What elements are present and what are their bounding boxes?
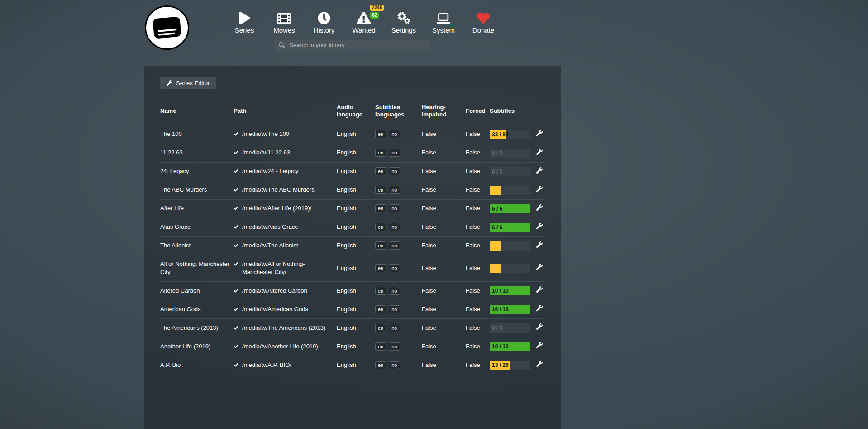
language-badge: en — [375, 167, 386, 175]
nav-label-wanted: Wanted — [352, 26, 375, 34]
bazarr-logo[interactable] — [145, 5, 189, 50]
progress-label: 10 / 10 — [492, 342, 509, 351]
language-badge: no — [389, 361, 400, 369]
subtitles-progress-cell — [490, 181, 536, 199]
progress-fill — [490, 264, 501, 273]
forced-value: False — [466, 265, 480, 271]
check-icon — [234, 224, 238, 229]
hearing-impaired-cell: False — [422, 319, 466, 337]
search-icon — [279, 42, 285, 48]
hearing-impaired-cell: False — [422, 337, 466, 356]
forced-value: False — [466, 168, 480, 174]
play-icon — [239, 9, 250, 24]
language-badge: no — [389, 149, 400, 157]
language-badge: no — [389, 241, 400, 250]
hearing-impaired-value: False — [422, 242, 436, 249]
wrench-icon[interactable] — [536, 241, 543, 248]
table-row: All or Nothing: Manchester City /media/t… — [160, 255, 545, 282]
language-badge: no — [389, 167, 400, 175]
series-name: Alias Grace — [160, 223, 191, 230]
series-path-cell: /media/tv/The 100 — [234, 125, 337, 144]
wrench-icon[interactable] — [536, 286, 543, 293]
wanted-secondary-badge: 62 — [370, 12, 379, 19]
wrench-icon[interactable] — [536, 223, 543, 229]
search-input[interactable] — [288, 41, 427, 49]
hearing-impaired-value: False — [422, 205, 436, 212]
table-row: The ABC Murders /media/tv/The ABC Murder… — [160, 181, 545, 199]
wrench-icon[interactable] — [536, 130, 543, 136]
hearing-impaired-value: False — [422, 168, 436, 174]
language-badge: en — [375, 149, 386, 157]
audio-language-cell: English — [337, 218, 375, 236]
wrench-icon[interactable] — [536, 149, 543, 155]
wrench-icon[interactable] — [536, 204, 543, 211]
subtitle-languages-cell: enno — [375, 125, 422, 144]
series-name: The 100 — [160, 130, 182, 137]
audio-language: English — [337, 265, 356, 271]
forced-cell: False — [466, 181, 490, 199]
forced-value: False — [466, 186, 480, 193]
table-row: The 100 /media/tv/The 100 English enno F… — [160, 125, 545, 144]
series-path-cell: /media/tv/The ABC Murders — [234, 181, 337, 199]
subtitle-languages-cell: enno — [375, 255, 422, 282]
series-name-cell: 24: Legacy — [160, 162, 234, 181]
check-icon — [234, 288, 238, 293]
progress-label: 6 / 6 — [492, 223, 502, 232]
series-path-cell: /media/tv/All or Nothing- Manchester Cit… — [234, 255, 337, 282]
series-name: The ABC Murders — [160, 186, 207, 193]
wrench-icon[interactable] — [536, 361, 543, 367]
forced-cell: False — [466, 162, 490, 181]
forced-cell: False — [466, 300, 490, 319]
forced-value: False — [466, 130, 480, 137]
nav-item-system[interactable]: System — [424, 6, 463, 34]
nav-item-settings[interactable]: Settings — [384, 6, 424, 34]
nav-item-wanted[interactable]: 2246 62 Wanted — [344, 6, 384, 34]
wrench-icon[interactable] — [536, 167, 543, 174]
row-tools-cell — [536, 356, 545, 375]
forced-value: False — [466, 343, 480, 350]
hearing-impaired-cell: False — [422, 255, 466, 282]
audio-language: English — [337, 223, 356, 230]
progress-label: 13 / 26 — [492, 361, 509, 370]
check-icon — [234, 325, 238, 330]
forced-cell: False — [466, 319, 490, 337]
progress-label: 16 / 16 — [492, 305, 509, 314]
language-badge: no — [389, 342, 400, 351]
series-name: A.P. Bio — [160, 362, 181, 368]
check-icon — [234, 362, 238, 367]
nav-item-donate[interactable]: Donate — [463, 6, 503, 34]
laptop-icon — [436, 9, 451, 24]
wrench-icon[interactable] — [536, 323, 543, 330]
audio-language: English — [337, 362, 356, 368]
series-name-cell: Another Life (2019) — [160, 337, 234, 356]
forced-value: False — [466, 362, 480, 368]
series-name-cell: All or Nothing: Manchester City — [160, 255, 234, 282]
col-header-subtitles: Subtitles — [490, 96, 536, 125]
check-icon — [234, 307, 238, 312]
nav-item-series[interactable]: Series — [224, 6, 264, 34]
nav-item-history[interactable]: History — [304, 6, 344, 34]
audio-language: English — [337, 287, 356, 294]
table-row: Alias Grace /media/tv/Alias Grace Englis… — [160, 218, 545, 236]
series-editor-button[interactable]: Series Editor — [160, 77, 216, 89]
audio-language-cell: English — [337, 300, 375, 319]
wrench-icon[interactable] — [536, 342, 543, 348]
series-name-cell: The Americans (2013) — [160, 319, 234, 337]
audio-language-cell: English — [337, 125, 375, 144]
subtitle-languages-cell: enno — [375, 218, 422, 236]
check-icon — [234, 187, 238, 192]
row-tools-cell — [536, 199, 545, 218]
wrench-icon[interactable] — [536, 305, 543, 311]
wrench-icon[interactable] — [536, 186, 543, 192]
subtitles-progress-bar — [490, 241, 530, 251]
hearing-impaired-cell: False — [422, 356, 466, 375]
heart-icon — [477, 9, 490, 24]
row-tools-cell — [536, 337, 545, 356]
nav-item-movies[interactable]: Movies — [264, 6, 304, 34]
bazarr-logo-card — [153, 16, 181, 39]
hearing-impaired-value: False — [422, 130, 436, 137]
forced-cell: False — [466, 125, 490, 144]
audio-language: English — [337, 205, 356, 212]
language-badge: no — [389, 287, 400, 295]
wrench-icon[interactable] — [536, 264, 543, 270]
